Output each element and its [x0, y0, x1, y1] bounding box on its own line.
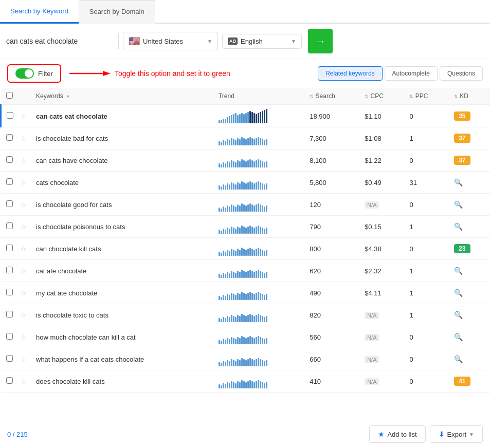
star-icon[interactable]: ☆ [21, 201, 27, 209]
search-icon-small[interactable]: 🔍 [454, 333, 463, 341]
row-checkbox[interactable] [6, 245, 13, 251]
row-ppc: 0 [404, 105, 448, 127]
row-checkbox[interactable] [6, 222, 13, 229]
col-keyword[interactable]: Keywords ▼ [31, 88, 213, 105]
row-search: 5,800 [304, 172, 359, 194]
table-row: ☆what happens if a cat eats chocolate660… [1, 348, 491, 370]
row-kd: 🔍 [449, 348, 490, 370]
row-checkbox[interactable] [6, 267, 13, 273]
row-cpc: N/A [359, 348, 404, 370]
col-cpc[interactable]: ⇅ CPC [359, 88, 404, 105]
col-ppc[interactable]: ⇅ PPC [404, 88, 448, 105]
row-trend [213, 370, 304, 393]
row-keyword: is chocolate bad for cats [31, 127, 213, 150]
filter-toggle-box[interactable]: Filter [7, 64, 61, 83]
row-checkbox[interactable] [6, 377, 13, 384]
na-badge: N/A [365, 378, 379, 385]
row-checkbox[interactable] [6, 333, 13, 340]
star-icon[interactable]: ☆ [21, 267, 27, 275]
star-icon[interactable]: ☆ [21, 311, 27, 319]
keyword-text: is chocolate bad for cats [36, 135, 108, 142]
table-row: ☆is chocolate toxic to cats820N/A1🔍 [1, 304, 491, 326]
row-search: 800 [304, 238, 359, 260]
row-kd: 41 [449, 370, 490, 393]
star-icon[interactable]: ☆ [21, 135, 27, 142]
search-input[interactable] [6, 37, 114, 45]
search-go-button[interactable]: → [308, 29, 333, 53]
row-trend [213, 127, 304, 150]
row-checkbox[interactable] [6, 156, 13, 163]
search-icon-small[interactable]: 🔍 [454, 222, 463, 231]
kd-badge: 23 [454, 244, 470, 253]
row-checkbox[interactable] [6, 311, 13, 318]
select-all-checkbox[interactable] [6, 92, 13, 99]
toggle-switch[interactable] [15, 68, 34, 79]
row-check-cell [1, 238, 19, 260]
col-star [19, 88, 31, 105]
search-icon-small[interactable]: 🔍 [454, 267, 463, 275]
tab-questions[interactable]: Questions [440, 66, 483, 81]
row-check-cell [1, 127, 19, 150]
star-icon[interactable]: ☆ [21, 378, 27, 385]
row-checkbox[interactable] [6, 355, 13, 362]
search-icon-small[interactable]: 🔍 [454, 355, 463, 363]
row-cpc: N/A [359, 304, 404, 326]
row-check-cell [1, 348, 19, 370]
row-checkbox[interactable] [6, 200, 13, 207]
row-trend [213, 238, 304, 260]
row-cpc: $0.15 [359, 216, 404, 238]
star-icon[interactable]: ☆ [21, 245, 27, 253]
row-checkbox[interactable] [7, 112, 13, 119]
row-checkbox[interactable] [6, 289, 13, 295]
row-star-cell: ☆ [19, 194, 31, 216]
country-selector[interactable]: 🇺🇸 United States ▼ [123, 32, 218, 50]
star-icon[interactable]: ☆ [21, 289, 27, 297]
star-icon[interactable]: ☆ [21, 157, 27, 164]
tab-keyword[interactable]: Search by Keyword [0, 0, 79, 24]
cpc-value: $1.22 [365, 157, 382, 164]
col-kd[interactable]: ⇅ KD [449, 88, 490, 105]
keyword-text: is chocolate toxic to cats [36, 311, 108, 319]
na-badge: N/A [365, 334, 379, 341]
add-to-list-label: Add to list [387, 431, 416, 438]
toggle-knob [25, 69, 33, 78]
star-icon[interactable]: ☆ [21, 179, 27, 186]
row-ppc: 1 [404, 260, 448, 282]
row-trend [213, 282, 304, 304]
row-keyword: does chocolate kill cats [31, 370, 213, 393]
search-icon-small[interactable]: 🔍 [454, 178, 463, 186]
selection-count: 0 / 215 [7, 431, 28, 438]
row-check-cell [1, 304, 19, 326]
col-search[interactable]: ⇅ Search [304, 88, 359, 105]
star-icon[interactable]: ☆ [21, 333, 27, 341]
footer: 0 / 215 ★ Add to list ⬇ Export ▼ [0, 420, 490, 448]
row-check-cell [1, 105, 19, 127]
keyword-col-label: Keywords [36, 92, 63, 100]
row-kd: 23 [449, 238, 490, 260]
star-icon[interactable]: ☆ [21, 113, 27, 120]
row-cpc: $1.22 [359, 150, 404, 172]
row-search: 660 [304, 348, 359, 370]
star-icon[interactable]: ☆ [21, 223, 27, 231]
row-star-cell: ☆ [19, 260, 31, 282]
export-button[interactable]: ⬇ Export ▼ [430, 425, 483, 443]
kd-badge: 37 [454, 134, 470, 143]
lang-arrow-icon: ▼ [291, 39, 296, 44]
tab-related-keywords[interactable]: Related keywords [318, 66, 382, 81]
table-container: Keywords ▼ Trend ⇅ Search ⇅ CPC ⇅ PPC ⇅ … [0, 88, 490, 419]
row-checkbox[interactable] [6, 134, 13, 141]
row-trend [213, 348, 304, 370]
tab-domain[interactable]: Search by Domain [79, 0, 155, 24]
search-icon-small[interactable]: 🔍 [454, 200, 463, 209]
table-row: ☆can chocolate kill cats800$4.38023 [1, 238, 491, 260]
table-row: ☆my cat ate chocolate490$4.111🔍 [1, 282, 491, 304]
search-icon-small[interactable]: 🔍 [454, 289, 463, 297]
row-keyword: is chocolate good for cats [31, 194, 213, 216]
star-icon[interactable]: ☆ [21, 356, 27, 363]
language-selector[interactable]: AB English ▼ [222, 34, 302, 49]
search-icon-small[interactable]: 🔍 [454, 311, 463, 319]
tab-autocomplete[interactable]: Autocomplete [385, 66, 438, 81]
add-to-list-button[interactable]: ★ Add to list [369, 425, 425, 443]
row-checkbox[interactable] [6, 178, 13, 185]
tabs-container: Search by Keyword Search by Domain [0, 0, 490, 24]
